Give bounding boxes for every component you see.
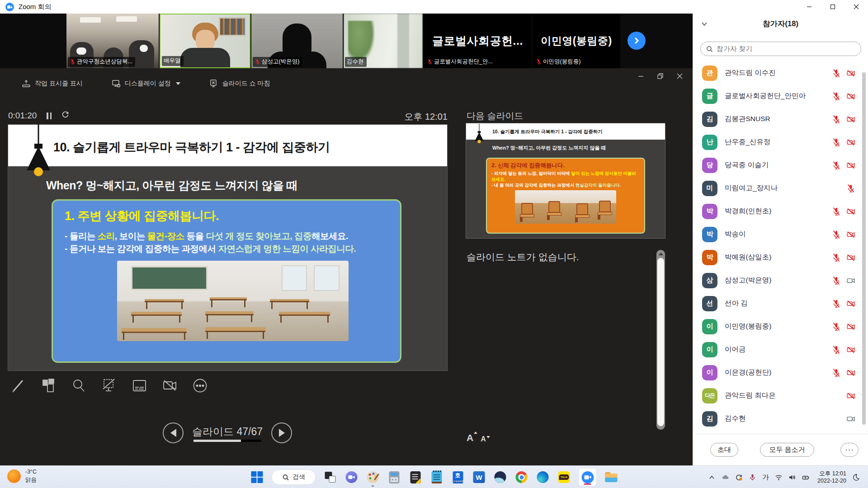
participant-row[interactable]: 박 박송이: [693, 223, 868, 246]
search-icon: [282, 474, 289, 481]
paint-palette-icon: [367, 471, 379, 483]
video-tile[interactable]: 글로벌사회공헌... 글로벌사회공헌단_안...: [424, 14, 532, 68]
end-slideshow-icon: [209, 79, 218, 88]
whale-browser-button[interactable]: [494, 470, 507, 484]
participant-search-input[interactable]: 참가자 찾기: [700, 42, 861, 56]
pause-timer-button[interactable]: [47, 113, 52, 119]
captions-button[interactable]: [131, 377, 148, 396]
video-tile[interactable]: 김수현: [344, 14, 423, 68]
participant-avatar: 박: [702, 227, 717, 242]
kakaotalk-app-button[interactable]: TALK: [557, 470, 571, 484]
next-videos-page-button[interactable]: [627, 32, 646, 50]
close-button[interactable]: [844, 0, 868, 14]
display-settings-icon: [112, 79, 121, 88]
zoom-app-button-active[interactable]: [579, 468, 597, 486]
mic-muted-icon: [427, 59, 433, 65]
mic-muted-icon: [255, 59, 260, 65]
edge-browser-button[interactable]: [536, 470, 550, 484]
participant-row[interactable]: 미 미림여고_장지나: [693, 177, 868, 200]
participant-row[interactable]: 김 김봉관SNUSR: [693, 108, 868, 131]
participant-row[interactable]: 삼 삼성고(박은영): [693, 269, 868, 292]
participant-row[interactable]: 박 박경희(인헌초): [693, 200, 868, 223]
participant-row[interactable]: 박 박예원(삼일초): [693, 246, 868, 269]
whale-icon: [495, 471, 506, 483]
participant-avatar: 김: [702, 411, 717, 427]
show-taskbar-button[interactable]: 작업 표시줄 표시: [22, 79, 83, 88]
mute-all-button[interactable]: 모두 음소거: [760, 443, 814, 457]
weather-condition: 맑음: [25, 476, 37, 484]
scroll-up-arrow-icon[interactable]: [659, 253, 663, 255]
see-all-slides-button[interactable]: [40, 377, 57, 396]
video-tile[interactable]: 삼성고(박은영): [251, 14, 343, 68]
restart-timer-button[interactable]: [61, 111, 69, 121]
presenter-restore-button[interactable]: [657, 73, 663, 81]
participant-row[interactable]: 글 글로벌사회공헌단_안민아: [693, 84, 868, 108]
chat-app-button[interactable]: [345, 470, 359, 484]
next-slide-thumbnail[interactable]: 10. 슬기롭게 트라우마 극복하기 1 - 감각에 집중하기 When? 멍~…: [466, 123, 665, 239]
notes-font-increase-button[interactable]: A: [467, 432, 473, 443]
current-slide[interactable]: 10. 슬기롭게 트라우마 극복하기 1 - 감각에 집중하기 When? 멍~…: [8, 124, 448, 371]
end-slideshow-button[interactable]: 슬라이드 쇼 마침: [209, 79, 270, 88]
participant-row[interactable]: 당 당곡중 이슬기: [693, 154, 868, 177]
camera-off-button[interactable]: [161, 377, 178, 396]
chrome-browser-button[interactable]: [515, 470, 528, 484]
notes-blue-app-button[interactable]: [430, 470, 443, 484]
onedrive-tray-icon[interactable]: [722, 474, 729, 481]
previous-slide-button[interactable]: [163, 422, 184, 443]
clock-and-date[interactable]: 오후 12:01 2022-12-20: [817, 470, 846, 485]
show-hidden-icons-button[interactable]: [708, 474, 716, 481]
participants-scrollbar[interactable]: [862, 72, 866, 425]
participant-row[interactable]: 이 이어금: [693, 338, 868, 361]
video-tile[interactable]: 관악구청소년상담복...: [66, 14, 159, 68]
microphone-in-use-tray-icon[interactable]: [749, 474, 756, 481]
more-options-button[interactable]: ···: [840, 443, 859, 457]
ime-language-indicator[interactable]: 가: [762, 473, 769, 482]
next-slide-button[interactable]: [271, 422, 292, 443]
task-view-button[interactable]: [324, 470, 337, 484]
volume-tray-icon[interactable]: [788, 474, 796, 481]
participant-row[interactable]: 이 이은경(공헌단): [693, 361, 868, 384]
scrollbar-thumb[interactable]: [657, 258, 664, 426]
presenter-minimize-button[interactable]: [638, 73, 644, 81]
black-screen-button[interactable]: [101, 377, 118, 396]
participant-name: 미림여고_장지나: [725, 183, 778, 193]
hangul-viewer-app-button[interactable]: 호 VIEWER: [451, 470, 465, 484]
sync-tray-icon[interactable]: [735, 474, 743, 481]
pen-tool-button[interactable]: [10, 377, 27, 396]
presenter-close-button[interactable]: [677, 73, 683, 81]
participant-name: 김수현: [725, 414, 746, 423]
start-button[interactable]: [250, 470, 264, 484]
calculator-app-button[interactable]: [387, 470, 401, 484]
chat-video-icon: [346, 471, 358, 483]
participant-row[interactable]: 다은 관악드림 최다은: [693, 384, 868, 407]
participant-row[interactable]: 이 이민영(봉림중): [693, 315, 868, 338]
word-app-button[interactable]: W: [472, 470, 486, 484]
file-explorer-button[interactable]: [604, 470, 618, 484]
weather-widget[interactable]: -3°C 맑음: [7, 468, 37, 484]
participant-row[interactable]: 관 관악드림 이수진: [693, 61, 868, 84]
participant-row[interactable]: 선 선아 김: [693, 292, 868, 315]
minimize-button[interactable]: [797, 0, 821, 14]
mic-muted-icon: [832, 322, 841, 331]
invite-button[interactable]: 초대: [710, 443, 738, 457]
zoom-into-slide-button[interactable]: [71, 377, 87, 396]
video-tile[interactable]: 이민영(봉림중) 이민영(봉림중): [533, 14, 620, 68]
notes-dark-app-button[interactable]: [409, 470, 422, 484]
more-options-button[interactable]: [192, 377, 208, 396]
tray-date: 2022-12-20: [817, 477, 846, 484]
taskbar-search[interactable]: 검색: [272, 469, 316, 485]
participant-name: 이어금: [725, 345, 746, 354]
notes-font-decrease-button[interactable]: A: [481, 435, 486, 443]
camera-off-icon: [846, 345, 855, 354]
video-tile-active-speaker[interactable]: 배우열: [160, 14, 250, 68]
display-settings-button[interactable]: 디스플레이 설정: [112, 79, 180, 88]
participant-row[interactable]: 난 난우중_신유정: [693, 131, 868, 154]
do-not-disturb-tray-icon[interactable]: [852, 474, 860, 481]
notes-scrollbar[interactable]: [656, 250, 665, 430]
paint-app-button[interactable]: [366, 470, 380, 484]
participant-row[interactable]: 김 김수현: [693, 407, 868, 430]
microphone-icon: [749, 474, 756, 481]
maximize-button[interactable]: [821, 0, 844, 14]
battery-charging-tray-icon[interactable]: [802, 474, 810, 481]
wifi-tray-icon[interactable]: [775, 474, 783, 481]
